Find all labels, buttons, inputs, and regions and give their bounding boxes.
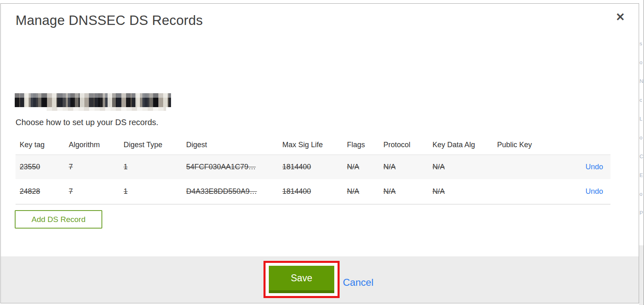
col-header-protocol: Protocol	[383, 141, 432, 149]
table-row: 24828 7 1 D4A33E8DD550A9… 1814400 N/A N/…	[16, 179, 610, 204]
table-header-row: Key tag Algorithm Digest Type Digest Max…	[16, 135, 610, 155]
cancel-link[interactable]: Cancel	[343, 277, 374, 288]
col-header-public-key: Public Key	[497, 141, 584, 149]
cell-key-tag: 23550	[20, 163, 69, 171]
manage-dnssec-modal: Manage DNSSEC DS Records ✕ Choose how to…	[0, 3, 639, 303]
lead-text: Choose how to set up your DS records.	[16, 118, 158, 127]
cell-digest: D4A33E8DD550A9…	[186, 187, 282, 196]
cell-key-data-alg: N/A	[432, 163, 497, 171]
table-row: 23550 7 1 54FCF030AA1C79… 1814400 N/A N/…	[16, 155, 610, 179]
col-header-algorithm: Algorithm	[69, 141, 124, 149]
page-title: Manage DNSSEC DS Records	[16, 13, 203, 28]
background-footer-sliver	[639, 245, 644, 305]
close-icon-glyph: ✕	[616, 12, 625, 23]
cell-max-sig-life: 1814400	[282, 163, 347, 171]
cell-algorithm: 7	[69, 163, 124, 171]
background-page-edge: s o N c L o C E o P	[639, 0, 644, 305]
background-text-fragments: s o N c L o C E o P	[639, 34, 643, 222]
cell-digest-type: 1	[124, 187, 186, 196]
col-header-key-tag: Key tag	[20, 141, 69, 149]
cell-flags: N/A	[347, 163, 383, 171]
cell-actions: Undo	[584, 163, 610, 171]
add-ds-record-button[interactable]: Add DS Record	[15, 210, 102, 229]
save-button[interactable]: Save	[269, 266, 334, 293]
col-header-max-sig-life: Max Sig Life	[282, 141, 347, 149]
undo-link[interactable]: Undo	[585, 187, 603, 195]
cell-digest: 54FCF030AA1C79…	[186, 163, 282, 171]
page-root: { "modal": { "title": "Manage DNSSEC DS …	[0, 0, 644, 305]
cell-protocol: N/A	[383, 163, 432, 171]
cell-key-tag: 24828	[20, 187, 69, 196]
cell-actions: Undo	[584, 187, 610, 196]
save-button-highlight-annotation: Save	[263, 261, 340, 298]
cell-digest-type: 1	[124, 163, 186, 171]
cell-flags: N/A	[347, 187, 383, 196]
col-header-flags: Flags	[347, 141, 383, 149]
cell-algorithm: 7	[69, 187, 124, 196]
close-icon[interactable]: ✕	[613, 10, 627, 24]
redacted-domain-name	[15, 93, 171, 107]
col-header-digest: Digest	[186, 141, 282, 149]
undo-link[interactable]: Undo	[585, 163, 603, 171]
col-header-key-data-alg: Key Data Alg	[432, 141, 497, 149]
cell-key-data-alg: N/A	[432, 187, 497, 196]
cell-max-sig-life: 1814400	[282, 187, 347, 196]
cell-protocol: N/A	[383, 187, 432, 196]
col-header-digest-type: Digest Type	[124, 141, 186, 149]
ds-records-table: Key tag Algorithm Digest Type Digest Max…	[16, 135, 610, 204]
